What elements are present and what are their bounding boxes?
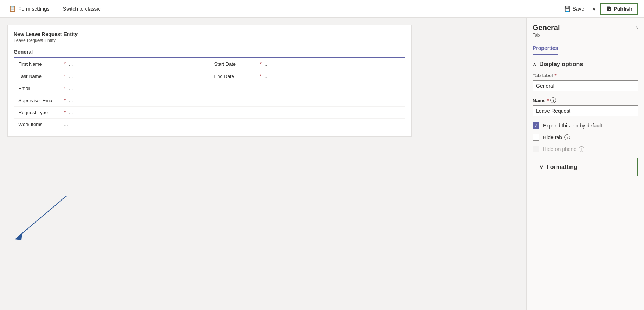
field-supervisor-email: Supervisor Email * ...: [14, 94, 210, 106]
save-label: Save: [573, 6, 584, 12]
topbar-right: 💾 Save ∨ 🖹 Publish: [561, 3, 638, 15]
expand-checkbox-label: Expand this tab by default: [543, 123, 602, 129]
tab-label-required-star: *: [554, 73, 556, 78]
hide-tab-label-text: Hide tab: [543, 134, 562, 140]
form-tab-general-label: General: [14, 49, 33, 55]
arrow-annotation: [11, 192, 70, 244]
field-required-last-name: *: [64, 73, 66, 79]
name-input[interactable]: [533, 105, 638, 116]
table-row: Work Items ...: [14, 119, 405, 130]
table-row: First Name * ... Start Date * ...: [14, 58, 405, 70]
hide-tab-checkbox-label: Hide tab i: [543, 134, 570, 140]
field-value-email: ...: [69, 86, 73, 91]
field-first-name: First Name * ...: [14, 58, 210, 70]
hide-tab-checkbox[interactable]: [533, 134, 539, 141]
svg-marker-1: [15, 233, 22, 240]
formatting-header[interactable]: ∨ Formatting: [533, 158, 637, 176]
form-settings-button[interactable]: 📋 Form settings: [6, 3, 53, 14]
panel-title-row: General ›: [533, 24, 638, 32]
panel-tabs: Properties: [527, 42, 644, 55]
field-label-supervisor-email: Supervisor Email: [18, 98, 62, 103]
field-label-work-items: Work Items: [18, 122, 62, 127]
field-label-last-name: Last Name: [18, 73, 62, 79]
field-label-request-type: Request Type: [18, 110, 62, 115]
display-options-section-header: ∧ Display options: [533, 61, 638, 68]
field-required-email: *: [64, 85, 66, 91]
field-empty-right-3: [210, 94, 405, 106]
formatting-title: Formatting: [547, 164, 577, 170]
hide-tab-info-icon[interactable]: i: [564, 134, 570, 140]
name-field-label: Name * i: [533, 97, 638, 103]
tab-label-field: Tab label *: [533, 73, 638, 91]
hide-phone-info-icon: i: [579, 146, 584, 152]
field-empty-right-5: [210, 119, 405, 130]
name-required-star: *: [547, 98, 549, 103]
topbar: 📋 Form settings Switch to classic 💾 Save…: [0, 0, 644, 18]
form-tab-general[interactable]: General: [14, 47, 33, 58]
hide-phone-checkbox-row: Hide on phone i: [533, 146, 638, 152]
expand-checkbox[interactable]: [533, 122, 539, 129]
publish-label: Publish: [613, 6, 632, 12]
svg-line-0: [18, 196, 66, 237]
field-work-items: Work Items ...: [14, 119, 210, 130]
switch-classic-label: Switch to classic: [63, 6, 101, 12]
field-empty-right-4: [210, 107, 405, 118]
table-row: Last Name * ... End Date * ...: [14, 70, 405, 82]
save-button[interactable]: 💾 Save: [561, 4, 588, 14]
form-icon: 📋: [9, 5, 16, 12]
field-value-start-date: ...: [265, 61, 269, 67]
field-label-first-name: First Name: [18, 61, 62, 67]
main-layout: New Leave Request Entity Leave Request E…: [0, 18, 644, 310]
name-info-icon[interactable]: i: [550, 97, 556, 103]
field-required-end-date: *: [260, 73, 262, 79]
switch-classic-button[interactable]: Switch to classic: [60, 4, 104, 14]
form-entity-title: New Leave Request Entity: [14, 31, 405, 37]
topbar-left: 📋 Form settings Switch to classic: [6, 3, 104, 14]
publish-button[interactable]: 🖹 Publish: [600, 3, 638, 15]
tab-label-field-label: Tab label *: [533, 73, 638, 78]
expand-checkbox-row: Expand this tab by default: [533, 122, 638, 129]
field-end-date: End Date * ...: [210, 70, 405, 82]
field-value-request-type: ...: [69, 110, 73, 115]
display-options-title: Display options: [539, 61, 583, 68]
hide-phone-checkbox-label: Hide on phone i: [543, 146, 584, 152]
panel-content: ∧ Display options Tab label * Name * i: [527, 55, 644, 310]
chevron-up-icon[interactable]: ∧: [533, 61, 536, 67]
form-entity-subtitle: Leave Request Entity: [14, 38, 405, 43]
save-icon: 💾: [564, 6, 570, 12]
name-field: Name * i: [533, 97, 638, 116]
panel-title: General: [533, 24, 560, 32]
chevron-down-icon: ∨: [592, 6, 596, 12]
field-empty-right-2: [210, 82, 405, 94]
panel-header: General › Tab: [527, 18, 644, 42]
form-fields: First Name * ... Start Date * ... Last N…: [14, 58, 405, 130]
panel-close-icon[interactable]: ›: [636, 24, 638, 32]
table-row: Request Type * ...: [14, 107, 405, 119]
hide-tab-checkbox-row: Hide tab i: [533, 134, 638, 141]
tab-label-input[interactable]: [533, 80, 638, 91]
panel-subtitle: Tab: [533, 33, 638, 38]
form-card: New Leave Request Entity Leave Request E…: [7, 25, 412, 137]
field-value-first-name: ...: [69, 61, 73, 67]
right-panel: General › Tab Properties ∧ Display optio…: [526, 18, 644, 310]
hide-phone-checkbox: [533, 146, 539, 152]
form-settings-label: Form settings: [18, 6, 50, 12]
formatting-section: ∨ Formatting: [533, 158, 638, 176]
tab-properties-label: Properties: [533, 45, 558, 51]
field-required-first-name: *: [64, 61, 66, 67]
form-tab-nav: General: [14, 47, 405, 58]
canvas-area: New Leave Request Entity Leave Request E…: [0, 18, 526, 310]
field-required-start-date: *: [260, 61, 262, 67]
field-label-email: Email: [18, 86, 62, 91]
table-row: Email * ...: [14, 82, 405, 94]
save-dropdown-button[interactable]: ∨: [589, 4, 599, 14]
field-value-last-name: ...: [69, 73, 73, 79]
field-label-start-date: Start Date: [214, 61, 258, 67]
publish-icon: 🖹: [606, 6, 611, 12]
field-required-supervisor-email: *: [64, 97, 66, 103]
hide-phone-label-text: Hide on phone: [543, 146, 576, 152]
name-label-text: Name: [533, 98, 545, 103]
field-value-work-items: ...: [64, 122, 68, 127]
field-last-name: Last Name * ...: [14, 70, 210, 82]
tab-properties[interactable]: Properties: [533, 42, 558, 55]
